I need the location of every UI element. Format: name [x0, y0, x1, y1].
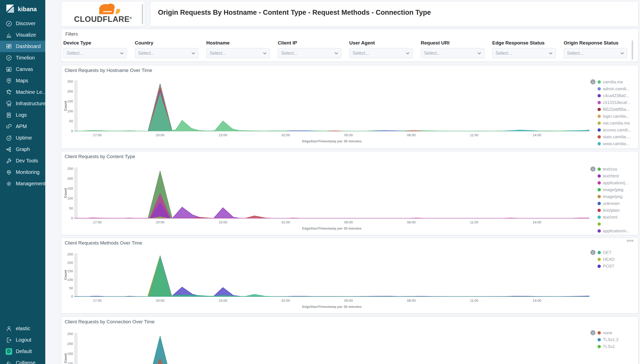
chart-legend: camilia.meadmin.camili...c4ca4238a0...c5… — [598, 79, 631, 147]
filter-select[interactable]: Select... — [135, 48, 198, 58]
legend-color-dot — [598, 251, 601, 254]
x-axis-tick: 11:00 — [467, 299, 482, 302]
x-axis-title: EdgeStartTimestamp per 30 minutes — [294, 226, 370, 230]
legend-item[interactable]: f8522ebf95a... — [598, 106, 631, 113]
legend-item[interactable]: stats.camilia.... — [598, 133, 631, 140]
sidebar-item-uptime[interactable]: Uptime — [0, 132, 45, 144]
legend-item[interactable]: HEAD — [598, 256, 615, 263]
legend-color-dot — [598, 108, 601, 111]
legend-item[interactable]: text/html — [598, 173, 630, 179]
sidebar-item-graph[interactable]: Graph — [0, 144, 45, 155]
legend-label: access.camili... — [603, 128, 631, 132]
filter-select[interactable]: Select... — [206, 48, 270, 58]
sidebar-footer-elastic[interactable]: elastic — [0, 323, 45, 334]
legend-item[interactable]: GET — [598, 249, 615, 256]
legend-item[interactable]: text/plain — [598, 207, 630, 214]
legend-item[interactable]: application/j... — [598, 179, 630, 186]
legend-item[interactable]: text/css — [598, 166, 630, 173]
bar-chart-icon — [6, 32, 12, 38]
legend-label: TLSv1 — [603, 344, 615, 349]
y-axis-tick: 0 — [61, 216, 73, 220]
legend-item[interactable]: text/xml — [598, 214, 630, 221]
x-axis-tick: 02:00 — [278, 299, 293, 302]
brand-panel-scrollbar[interactable] — [142, 4, 143, 24]
sidebar-item-infrastructure[interactable]: Infrastructure — [0, 98, 45, 109]
legend-item[interactable]: TLSv1 — [598, 343, 618, 350]
y-axis-title: Count — [64, 183, 67, 203]
sidebar-item-timelion[interactable]: Timelion — [0, 52, 45, 64]
legend-color-dot — [598, 222, 601, 226]
filter-select[interactable]: Select... — [421, 48, 484, 58]
legend-toggle-icon[interactable]: › — [590, 166, 595, 172]
filter-select[interactable]: Select... — [63, 48, 127, 58]
legend-item[interactable]: c4ca4238a0... — [598, 92, 631, 99]
legend-item[interactable]: POST — [598, 263, 615, 270]
legend-item[interactable]: image/png — [598, 193, 630, 200]
filters-panel-scrollbar[interactable] — [632, 40, 633, 60]
legend-label: c513153ecaf... — [603, 100, 630, 105]
x-axis-tick: 02:00 — [278, 133, 293, 137]
y-axis-title: Count — [64, 96, 67, 116]
filter-select[interactable]: Select... — [278, 48, 341, 58]
legend-item[interactable]: image/jpeg — [598, 186, 630, 193]
panel-options-menu-icon[interactable] — [627, 240, 633, 241]
legend-item[interactable]: admin.camili... — [598, 85, 631, 92]
filter-field-edge-response-status: Edge Response StatusSelect... — [492, 40, 556, 58]
cloudflare-brand-panel: CLOUDFLARE® — [61, 1, 145, 27]
x-axis-tick: 08:00 — [404, 133, 419, 137]
sidebar-item-dashboard[interactable]: Dashboard — [0, 41, 45, 52]
x-axis-tick: 17:00 — [90, 220, 105, 224]
y-axis-tick: 250 — [61, 80, 73, 83]
legend-toggle-icon[interactable]: › — [590, 250, 595, 255]
sidebar-item-label: Monitoring — [16, 169, 39, 175]
legend-item[interactable]: www.camilia... — [598, 140, 631, 147]
sidebar-item-canvas[interactable]: Canvas — [0, 64, 45, 75]
chart-title: Client Requests Methods Over Time — [65, 240, 142, 246]
sidebar-item-apm[interactable]: APM — [0, 121, 45, 132]
sidebar-item-machine-le[interactable]: Machine Le... — [0, 86, 45, 98]
legend-toggle-icon[interactable]: › — [590, 79, 595, 84]
sidebar-footer-collapse[interactable]: Collapse — [0, 357, 45, 364]
chart-panel-3: Client Requests Methods Over Time0501001… — [61, 238, 638, 314]
filter-select[interactable]: Select... — [564, 48, 627, 58]
legend-item[interactable]: access.camili... — [598, 127, 631, 133]
legend-item[interactable]: login.camilia... — [598, 113, 631, 120]
sidebar-item-maps[interactable]: Maps — [0, 75, 45, 86]
sidebar-footer-logout[interactable]: Logout — [0, 334, 45, 346]
legend-item[interactable]: none — [598, 329, 618, 336]
x-axis-tick: 14:00 — [529, 133, 545, 137]
sidebar-footer-label: Collapse — [16, 360, 36, 364]
x-axis-tick: 20:00 — [152, 133, 168, 137]
sidebar-item-logs[interactable]: Logs — [0, 109, 45, 121]
sidebar-item-management[interactable]: Management — [0, 178, 45, 189]
legend-item[interactable]: application/x... — [598, 227, 630, 234]
chevron-down-icon — [477, 51, 481, 55]
y-axis-tick: 50 — [61, 286, 73, 290]
sidebar-item-monitoring[interactable]: Monitoring — [0, 166, 45, 178]
legend-toggle-icon[interactable]: › — [590, 330, 595, 335]
legend-color-dot — [598, 87, 601, 90]
sidebar-item-label: Discover — [16, 21, 36, 26]
sidebar-item-visualize[interactable]: Visualize — [0, 29, 45, 41]
kibana-logo-icon — [6, 4, 15, 14]
legend-item[interactable] — [598, 221, 630, 227]
legend-item[interactable]: camilia.me — [598, 79, 631, 85]
sidebar-footer-default[interactable]: DDefault — [0, 346, 45, 357]
legend-item[interactable]: net.camilia.me — [598, 120, 631, 127]
legend-item[interactable]: unknown — [598, 200, 630, 207]
dashboard-main: CLOUDFLARE® Origin Requests By Hostname … — [45, 0, 640, 364]
x-axis-tick: 11:00 — [467, 133, 482, 137]
kibana-logo-row[interactable]: kibana — [0, 0, 45, 18]
legend-label: unknown — [603, 201, 620, 206]
legend-label: f8522ebf95a... — [603, 107, 630, 112]
legend-item[interactable]: TLSv1.2 — [598, 336, 618, 343]
filter-field-origin-response-status: Origin Response StatusSelect... — [564, 40, 627, 58]
chart-legend: noneTLSv1.2TLSv1 — [598, 329, 618, 350]
sidebar-item-discover[interactable]: Discover — [0, 18, 45, 29]
exit-icon — [6, 337, 12, 343]
legend-item[interactable]: c513153ecaf... — [598, 99, 631, 106]
sidebar-item-dev-tools[interactable]: Dev Tools — [0, 155, 45, 166]
compass-icon — [6, 20, 12, 27]
filter-select[interactable]: Select... — [492, 48, 556, 58]
filter-select[interactable]: Select... — [349, 48, 413, 58]
